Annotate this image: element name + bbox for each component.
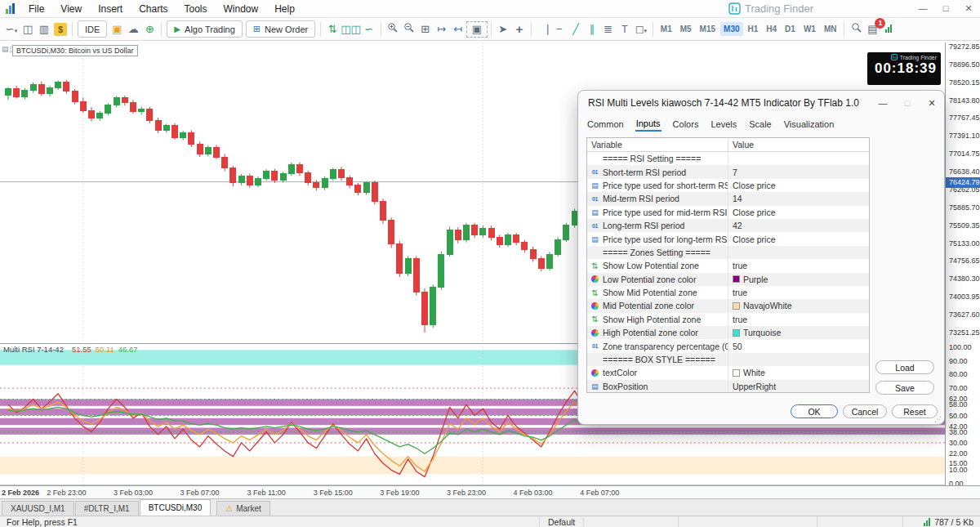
candlestick-chart-type-icon[interactable]: ◫ — [20, 21, 36, 38]
price-axis[interactable]: 79272.8578896.5078520.1578143.8077767.45… — [945, 42, 980, 485]
dialog-minimize-button[interactable]: — — [871, 98, 895, 108]
chart-tab-dltrim1[interactable]: #DLTR_I,M1 — [75, 501, 139, 516]
chart-tab-btcusdim30[interactable]: BTCUSDi,M30 — [140, 499, 212, 516]
web-globe-icon[interactable]: ⊕ — [141, 21, 158, 38]
fibonacci-tool-icon[interactable]: ≣ — [600, 21, 617, 38]
menu-charts[interactable]: Charts — [131, 1, 176, 17]
timeframe-m1[interactable]: M1 — [657, 22, 675, 36]
ide-button[interactable]: IDE — [78, 20, 107, 38]
timeframe-h1[interactable]: H1 — [745, 22, 762, 36]
menu-help[interactable]: Help — [266, 1, 303, 17]
variable-value[interactable]: Close price — [728, 206, 869, 219]
input-row[interactable]: ====== BOX STYLE ====== — [587, 353, 869, 366]
reset-button[interactable]: Reset — [892, 404, 938, 418]
ok-button[interactable]: OK — [791, 404, 838, 418]
profile-name[interactable]: Default — [539, 517, 584, 527]
input-row[interactable]: Mid Potential zone colorNavajoWhite — [587, 299, 869, 312]
dialog-tab-scale[interactable]: Scale — [748, 118, 773, 131]
cursor-icon[interactable]: ➤ — [495, 21, 511, 38]
depth-of-market-icon[interactable]: ◫◫ — [341, 21, 361, 38]
channel-tool-icon[interactable]: ∥ — [584, 21, 600, 38]
variable-value[interactable]: 7 — [728, 165, 869, 178]
variable-value[interactable] — [728, 152, 869, 165]
text-tool-icon[interactable]: T — [617, 21, 633, 38]
dialog-tab-colors[interactable]: Colors — [672, 118, 700, 131]
variable-value[interactable]: true — [728, 259, 869, 272]
zoom-in-icon[interactable] — [385, 21, 401, 38]
timeframe-m15[interactable]: M15 — [697, 22, 719, 36]
bar-chart-type-icon[interactable]: ▥ — [36, 21, 52, 38]
dialog-close-button[interactable]: ✕ — [920, 98, 944, 109]
lock-icon[interactable]: ▣ — [109, 21, 125, 38]
dialog-tab-levels[interactable]: Levels — [710, 118, 737, 131]
window-close-button[interactable]: ✕ — [957, 0, 980, 17]
variable-value[interactable] — [728, 246, 869, 259]
input-row[interactable]: 01Long-term RSI period42 — [587, 219, 869, 232]
input-row[interactable]: ▤Price type used for short-term RSIClose… — [587, 179, 869, 192]
timeframe-m30[interactable]: M30 — [720, 22, 742, 36]
market-tab[interactable]: ⚠Market — [216, 501, 270, 516]
input-row[interactable]: ⇅Show Low Potential zonetrue — [587, 259, 869, 272]
variable-value[interactable]: true — [728, 313, 869, 326]
dialog-title-bar[interactable]: RSI Multi Levels kiawosch 7-14-42 MT5 In… — [578, 91, 944, 115]
new-order-button[interactable]: ⊞New Order — [246, 20, 315, 38]
dialog-maximize-button[interactable]: □ — [895, 98, 920, 108]
input-row[interactable]: ▤Price type used for long-term RSIClose … — [587, 232, 869, 245]
grid-icon[interactable]: ⊞ — [417, 21, 434, 38]
variable-value[interactable]: 14 — [728, 192, 869, 205]
dialog-tab-inputs[interactable]: Inputs — [635, 117, 662, 132]
shapes-tool-icon[interactable]: ◻▾ — [633, 21, 649, 38]
input-row[interactable]: textColorWhite — [587, 366, 869, 379]
zoom-out-icon[interactable] — [401, 21, 417, 38]
timeframe-h4[interactable]: H4 — [763, 22, 780, 36]
menu-file[interactable]: File — [20, 1, 52, 17]
timeframe-d1[interactable]: D1 — [782, 22, 799, 36]
auto-scroll-icon[interactable]: ↤ — [450, 21, 466, 38]
save-button[interactable]: Save — [875, 381, 934, 395]
shift-end-icon[interactable]: ↦ — [434, 21, 450, 38]
screenshot-tool[interactable]: ▣ — [466, 21, 488, 38]
search-icon[interactable] — [848, 21, 864, 38]
horizontal-line-tool-icon[interactable]: − — [551, 21, 568, 38]
input-row[interactable]: 01Zone transparency percentage (0-100)50 — [587, 339, 869, 352]
input-row[interactable]: ⇅Show Mid Potential zonetrue — [587, 286, 869, 299]
variable-value[interactable]: Purple — [728, 273, 869, 286]
toolbox-icon[interactable]: ▤1 — [864, 21, 880, 38]
menu-tools[interactable]: Tools — [176, 1, 216, 17]
vertical-line-tool-icon[interactable]: ⎹ — [535, 21, 551, 38]
dialog-resize-grip[interactable]: ⋰ — [934, 415, 942, 423]
variable-value[interactable]: Close price — [728, 232, 869, 245]
timeframe-mn[interactable]: MN — [821, 22, 840, 36]
chart-tab-xauusdim1[interactable]: XAUUSD_I,M1 — [2, 501, 74, 516]
timeframe-m5[interactable]: M5 — [677, 22, 695, 36]
cancel-button[interactable]: Cancel — [843, 404, 887, 418]
input-row[interactable]: 01Mid-term RSI period14 — [587, 192, 869, 205]
input-row[interactable]: 01Short-term RSI period7 — [587, 165, 869, 178]
variable-value[interactable]: UpperRight — [728, 380, 869, 393]
dialog-tab-common[interactable]: Common — [586, 118, 625, 131]
input-row[interactable]: ▤BoxPositionUpperRight — [587, 380, 869, 393]
window-minimize-button[interactable]: — — [911, 0, 934, 17]
wave-icon[interactable]: ∽ — [361, 21, 377, 38]
menu-window[interactable]: Window — [216, 1, 267, 17]
account-currency-icon[interactable]: $ — [52, 21, 69, 38]
input-row[interactable]: Low Potential zone colorPurple — [587, 273, 869, 286]
variable-value[interactable]: NavajoWhite — [728, 299, 869, 312]
variable-value[interactable]: 42 — [728, 219, 869, 232]
cloud-icon[interactable]: ☁ — [125, 21, 141, 38]
window-maximize-button[interactable]: □ — [934, 0, 957, 17]
menu-insert[interactable]: Insert — [90, 1, 131, 17]
variable-value[interactable] — [728, 353, 869, 366]
input-row[interactable]: High Potential zone colorTurquoise — [587, 326, 869, 339]
algo-trading-button[interactable]: ▶Algo Trading — [167, 20, 242, 38]
load-button[interactable]: Load — [875, 360, 934, 374]
tick-updown-icon[interactable]: ⇅ — [324, 21, 341, 38]
variable-value[interactable]: White — [728, 366, 869, 379]
menu-view[interactable]: View — [52, 1, 90, 17]
dialog-tab-visualization[interactable]: Visualization — [783, 118, 835, 131]
variable-value[interactable]: 50 — [728, 339, 869, 352]
time-axis[interactable]: 2 Feb 20262 Feb 23:003 Feb 03:003 Feb 07… — [0, 485, 980, 498]
variable-value[interactable]: Turquoise — [728, 326, 869, 339]
input-row[interactable]: ⇅Show High Potential zonetrue — [587, 313, 869, 326]
input-row[interactable]: ===== Zones Setting ===== — [587, 246, 869, 259]
